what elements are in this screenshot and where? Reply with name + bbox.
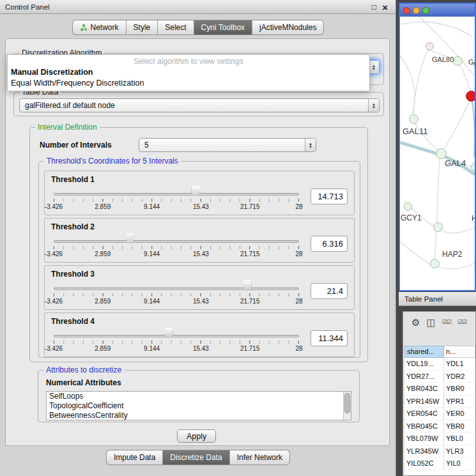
list-item[interactable]: BetweennessCentrality: [47, 411, 351, 420]
network-node[interactable]: [430, 259, 440, 268]
tab-discretize-data[interactable]: Discretize Data: [162, 450, 229, 465]
cell-name[interactable]: YBL0: [444, 433, 475, 445]
cell-shared-name[interactable]: YPR145W: [404, 395, 444, 408]
cell-shared-name[interactable]: YLR345W: [404, 445, 444, 457]
minimize-traffic-light[interactable]: [413, 7, 420, 14]
combobox-arrows-icon[interactable]: ▴▾: [368, 99, 379, 112]
table-row[interactable]: YER054C YER0: [404, 408, 475, 420]
cell-name[interactable]: YBR0: [444, 420, 475, 433]
node-label: GAL4: [445, 158, 466, 168]
float-window-icon[interactable]: □: [372, 3, 376, 11]
threshold-value-field[interactable]: 21.4: [311, 283, 348, 299]
scale-label: -3.426: [45, 203, 63, 210]
window-controls: □ ×: [372, 0, 388, 14]
slider-handle[interactable]: [165, 328, 173, 339]
cell-name[interactable]: YER0: [444, 408, 475, 420]
slider-ticks: [54, 199, 299, 202]
table-data-combobox[interactable]: galFiltered.sif default node ▴▾: [19, 98, 380, 112]
table-row[interactable]: YBR043C YBR0: [404, 383, 475, 395]
list-item[interactable]: SelfLoops: [47, 392, 351, 401]
columns-icon[interactable]: ◫: [426, 318, 435, 327]
cell-name[interactable]: YDL1: [444, 358, 475, 370]
network-canvas[interactable]: GAL80 GA GAL11 GAL4 GCY1 H HAP2: [400, 17, 475, 290]
scale-label: 9.144: [144, 250, 160, 257]
cell-name[interactable]: YBR0: [444, 383, 475, 395]
tab-cyni-toolbox[interactable]: Cyni Toolbox: [194, 20, 252, 35]
apply-button[interactable]: Apply: [177, 429, 216, 443]
slider-handle[interactable]: [191, 186, 199, 197]
network-node[interactable]: [466, 91, 475, 102]
dropdown-option-manual-discretization[interactable]: Manual Discretization: [8, 67, 369, 78]
scrollbar-thumb[interactable]: [344, 393, 350, 413]
scale-label: 2.859: [95, 203, 111, 210]
network-node[interactable]: [426, 42, 434, 50]
table-row[interactable]: YBR045C YBR0: [404, 420, 475, 433]
tab-impute-data[interactable]: Impute Data: [106, 450, 162, 465]
table-row[interactable]: YDL19... YDL1: [404, 358, 475, 371]
slider-handle[interactable]: [126, 233, 134, 244]
cell-shared-name[interactable]: YBR043C: [404, 383, 444, 395]
dropdown-placeholder: Select algorithm to view settings: [8, 55, 369, 67]
network-node[interactable]: [453, 56, 463, 66]
table-row[interactable]: YBL079W YBL0: [404, 433, 475, 445]
scale-label: 9.144: [144, 345, 160, 352]
column-header-shared-name[interactable]: shared...: [404, 346, 444, 358]
checkbox-grid-icon[interactable]: ☑☑: [442, 319, 451, 325]
cell-name[interactable]: YLR3: [444, 445, 475, 457]
threshold-list: Threshold 1 -3.426: [44, 171, 355, 357]
threshold-label: Threshold 4: [51, 317, 95, 326]
dropdown-option-equal-width-frequency[interactable]: Equal Width/Frequency Discretization: [8, 78, 369, 89]
listbox-scrollbar[interactable]: [343, 392, 351, 420]
network-node[interactable]: [404, 203, 412, 211]
cell-shared-name[interactable]: YER054C: [404, 408, 444, 420]
tab-label: Cyni Toolbox: [201, 23, 245, 32]
attributes-listbox[interactable]: SelfLoops TopologicalCoefficient Between…: [46, 391, 351, 420]
group-title: Threshold's Coordinates for 5 Intervals: [44, 157, 181, 165]
threshold-value-field[interactable]: 14.713: [311, 188, 348, 204]
threshold-slider[interactable]: -3.426 2.859 9.144 15.43 21.715 28: [51, 233, 302, 262]
tab-style[interactable]: Style: [126, 20, 158, 35]
network-icon: [80, 24, 88, 31]
cell-shared-name[interactable]: YIL052C: [404, 457, 444, 470]
slider-ticks: [54, 341, 299, 344]
tab-jactivemnodules[interactable]: jActiveMNodules: [252, 20, 324, 35]
gear-icon[interactable]: ⚙: [411, 318, 420, 327]
threshold-slider[interactable]: -3.426 2.859 9.144 15.43 21.715 28: [51, 327, 302, 357]
threshold-label: Threshold 2: [51, 222, 95, 231]
slider-handle-layer: [54, 185, 299, 198]
slider-handle-layer: [54, 327, 299, 340]
zoom-traffic-light[interactable]: [422, 7, 429, 14]
slider-handle[interactable]: [243, 280, 252, 291]
checkbox-grid-icon[interactable]: ☑☑: [457, 319, 466, 325]
close-window-icon[interactable]: ×: [382, 3, 388, 12]
combobox-arrows-icon[interactable]: ▴▾: [305, 139, 316, 151]
cell-shared-name[interactable]: YDL19...: [404, 358, 444, 370]
tab-label: Select: [165, 23, 186, 32]
column-header-name[interactable]: n...: [444, 346, 475, 358]
threshold-slider[interactable]: -3.426 2.859 9.144 15.43 21.715 28: [51, 185, 302, 215]
cell-shared-name[interactable]: YDR27...: [404, 371, 444, 383]
table-row[interactable]: YPR145W YPR1: [404, 395, 475, 408]
threshold-value-field[interactable]: 11.344: [311, 330, 348, 346]
cell-name[interactable]: YDR2: [444, 371, 475, 383]
node-label: GAL80: [432, 56, 454, 63]
table-row[interactable]: YDR27... YDR2: [404, 371, 475, 383]
close-traffic-light[interactable]: [403, 7, 410, 14]
network-node[interactable]: [436, 148, 447, 159]
network-node[interactable]: [409, 114, 418, 124]
cell-shared-name[interactable]: YBL079W: [404, 433, 444, 445]
tab-infer-network[interactable]: Infer Network: [229, 450, 290, 465]
cell-shared-name[interactable]: YBR045C: [404, 420, 444, 433]
tab-select[interactable]: Select: [157, 20, 193, 35]
scale-label: 21.715: [240, 345, 260, 352]
network-node[interactable]: [433, 222, 443, 232]
list-item[interactable]: TopologicalCoefficient: [47, 401, 351, 411]
cell-name[interactable]: YIL0: [444, 457, 475, 470]
threshold-slider[interactable]: -3.426 2.859 9.144 15.43 21.715 28: [51, 280, 302, 309]
table-row[interactable]: YIL052C YIL0: [404, 457, 475, 470]
number-of-intervals-combobox[interactable]: 5 ▴▾: [139, 138, 316, 152]
tab-network[interactable]: Network: [72, 20, 126, 35]
threshold-value-field[interactable]: 6.316: [311, 236, 348, 252]
table-row[interactable]: YLR345W YLR3: [404, 445, 475, 458]
cell-name[interactable]: YPR1: [444, 395, 475, 408]
